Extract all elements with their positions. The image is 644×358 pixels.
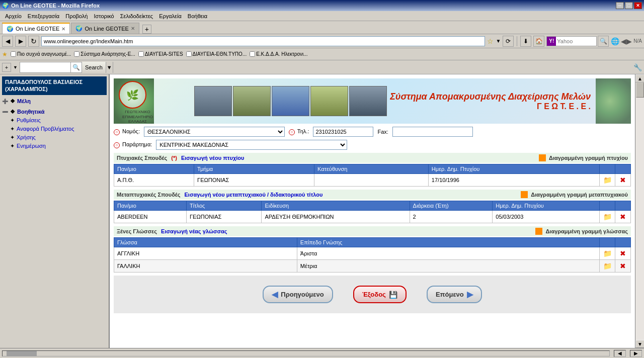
window-icon: 🌍 [2,3,9,9]
ptixiakes-col-panmio: Παν/μιο [114,164,194,174]
banner-photo-4 [310,86,348,116]
bookmark-0-check[interactable] [11,51,16,57]
bookmark-star-left-icon: ★ [2,51,8,58]
sidebar-voithitika-label: Βοηθητικά [17,109,45,115]
address-input[interactable] [41,36,485,46]
xenes-row1-delete: ✖ [615,260,631,273]
metaptixiakes-add-link[interactable]: Εισαγωγή νέου μεταπτυχιακού / διδακτορικ… [185,192,323,198]
sidebar-header-voithitika[interactable]: ➖ ❖ Βοηθητικά [2,108,107,116]
horizontal-scrollbar-thumb[interactable] [7,351,37,356]
ptixiakes-delete-label: Διαγραμμένη γραμμή πτυχίου [549,155,628,161]
sidebar-item-enimerósi-link[interactable]: Ενημέρωση [17,143,46,149]
tab-1-close[interactable]: ✕ [131,26,135,31]
new-tab-button[interactable]: + [142,25,151,34]
parartima-select[interactable]: ΚΕΝΤΡΙΚΗΣ ΜΑΚΕΔΟΝΙΑΣ [156,140,347,150]
search-button[interactable]: Search [82,62,106,73]
bookmark-1-label: Σύστημα Ανάρτησης-Ε... [80,51,135,57]
fax-input[interactable] [392,127,473,137]
scrollbar-down-button[interactable]: ▼ [635,340,644,348]
menu-item-view[interactable]: Προβολή [62,12,91,20]
maximize-button[interactable]: □ [625,2,633,9]
ptixiakes-delete-btn: Διαγραμμένη γραμμή πτυχίου [539,154,628,161]
delete-icon: ✖ [620,213,626,221]
searchbar-dropdown-arrow[interactable]: ▼ [13,65,18,70]
searchbar-add-button[interactable]: + [2,63,11,72]
search-dropdown-button[interactable]: ▼ [106,62,113,73]
banner-subtitle: Γ Ε Ω Τ. Ε . Ε . [390,102,591,111]
horizontal-scrollbar[interactable] [2,350,610,356]
home-button[interactable]: 🏠 [533,36,544,47]
tab-1[interactable]: 🌍 On Line GEOTEE ✕ [71,23,139,34]
next-button[interactable]: Επόμενο ▶ [427,286,482,303]
sidebar-item-xrisis-link[interactable]: Χρήσης [17,134,36,140]
search-input[interactable] [20,64,70,70]
meta-col-actions2 [615,201,631,211]
tools-wrench-icon[interactable]: 🔧 [633,63,642,71]
meta-row-folder-button[interactable]: 📁 [603,212,612,221]
menu-item-help[interactable]: Βοήθεια [185,12,210,20]
meta-col-panmio: Παν/μιο [114,201,187,211]
sidebar-item-enimerósi[interactable]: ✦ Ενημέρωση [2,142,107,150]
right-scrollbar[interactable]: ▲ ▼ [635,74,644,348]
nav-arrow-icon[interactable]: ◀▶ [621,37,632,45]
meta-row-delete-button[interactable]: ✖ [618,212,627,221]
sidebar-item-xrisis[interactable]: ✦ Χρήσης [2,133,107,142]
sidebar-item-rythmiseis[interactable]: ✦ Ρυθμίσεις [2,116,107,125]
bookmark-1[interactable]: Σύστημα Ανάρτησης-Ε... [74,51,135,57]
scrollbar-thumb[interactable] [636,82,644,98]
ptixiakes-row-folder-button[interactable]: 📁 [603,175,612,185]
back-button[interactable]: ◀ [2,36,13,47]
bookmark-3[interactable]: ΔΙΑΥΓΕΙΑ-ΕΘΝ.ΤΥΠΟ... [186,51,247,57]
bookmark-0[interactable]: Πιο συχνά αναγνωσμέ... [11,51,71,57]
bookmark-down-icon[interactable]: ▼ [496,38,501,44]
bookmark-2-check[interactable] [138,51,144,57]
xenes-row0-glossa: ΑΓΓΛΙΚΗ [114,247,297,260]
bookmark-star-icon[interactable]: ☆ [487,37,494,45]
xenes-row0-delete-button[interactable]: ✖ [618,249,627,258]
bookmark-2[interactable]: ΔΙΑΥΓΕΙΑ-SITES [138,51,183,57]
close-button[interactable]: ✕ [634,2,642,9]
reload-button[interactable]: ⟳ [503,36,514,47]
ptixiakes-row-delete-button[interactable]: ✖ [618,175,627,185]
bookmark-4[interactable]: Ε.Κ.Δ.Δ.Α. Ηλεκτρονι... [250,51,307,57]
menu-item-bookmarks[interactable]: Σελιδοδείκτες [117,12,156,20]
prev-button[interactable]: ◀ Προηγούμενο [263,286,333,303]
forward-button[interactable]: ▶ [15,36,26,47]
nomos-select[interactable]: ΘΕΣΣΑΛΟΝΙΚΗΣ [144,127,285,137]
bookmark-1-check[interactable] [74,51,79,57]
sidebar-item-bullet3-icon: ✦ [10,134,15,141]
xenes-row1-delete-button[interactable]: ✖ [618,261,627,271]
meta-col-eidikeysi: Ειδίκευση [262,201,410,211]
ptixiakes-add-link[interactable]: Εισαγωγή νέου πτυχίου [181,155,245,161]
xenes-row0-folder-button[interactable]: 📁 [603,249,612,258]
download-button[interactable]: ⬇ [520,36,531,47]
yahoo-search-input[interactable] [556,38,596,44]
window-controls[interactable]: ─ □ ✕ [616,2,642,9]
menu-item-history[interactable]: Ιστορικό [91,12,117,20]
xenes-delete-icon [535,228,542,235]
sidebar-item-anaforá-link[interactable]: Αναφορά Προβλήματος [17,126,74,132]
bookmark-4-check[interactable] [250,51,255,57]
menu-item-tools[interactable]: Εργαλεία [156,12,185,20]
tel-input[interactable] [313,127,373,137]
sidebar-item-anaforá[interactable]: ✦ Αναφορά Προβλήματος [2,125,107,133]
scroll-left-button[interactable]: ◀ [614,350,626,357]
sidebar-header-meli[interactable]: ➕ ❖ Μέλη [2,97,107,106]
scrollbar-up-button[interactable]: ▲ [635,74,644,82]
exit-button[interactable]: Έξοδος 💾 [353,286,407,303]
xenes-row1-folder-button[interactable]: 📁 [603,261,612,271]
xenes-row1-epipedo: Μέτρια [297,260,599,273]
ptixiakes-row-folder: 📁 [600,174,615,187]
sidebar-item-rythmiseis-link[interactable]: Ρυθμίσεις [17,117,41,123]
menu-item-edit[interactable]: Επεξεργασία [25,12,62,20]
refresh-button[interactable]: ↻ [28,36,39,47]
xenes-add-link[interactable]: Εισαγωγή νέας γλώσσας [161,228,227,234]
xenes-delete-label: Διαγραμμένη γραμμή γλώσσας [545,228,628,234]
scroll-right-button[interactable]: ▶ [630,350,642,357]
minimize-button[interactable]: ─ [616,2,624,9]
tab-0[interactable]: 🌍 On Line GEOTEE ✕ [2,23,70,34]
yahoo-search-button[interactable]: 🔍 [598,36,609,47]
bookmark-3-check[interactable] [186,51,192,57]
tab-0-close[interactable]: ✕ [61,26,65,32]
menu-item-file[interactable]: Αρχείο [2,12,25,20]
